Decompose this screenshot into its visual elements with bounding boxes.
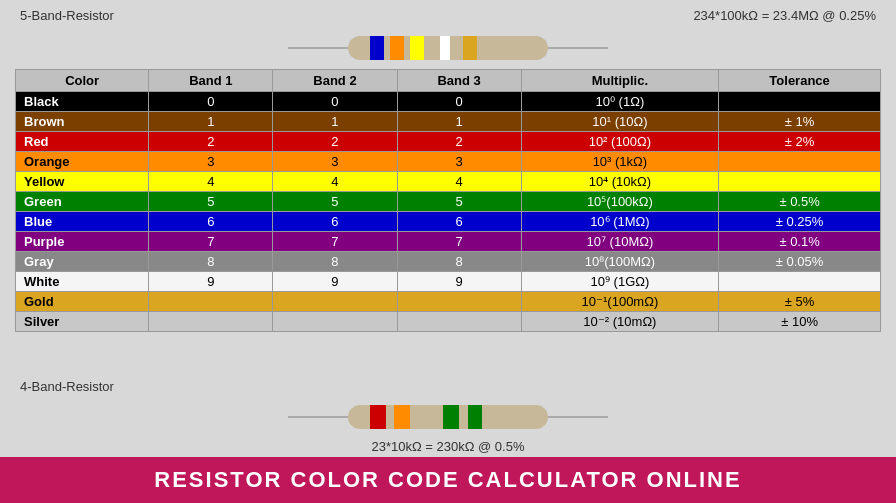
5band-resistor-svg [288,29,608,67]
color-cell: Gray [16,252,149,272]
tol-cell: ± 1% [719,112,881,132]
mult-cell: 10⁰ (1Ω) [521,92,719,112]
band4-label: 4-Band-Resistor [20,379,114,394]
svg-rect-4 [390,36,404,60]
band1-cell: 4 [149,172,273,192]
svg-rect-14 [468,405,482,429]
table-row: Gold10⁻¹(100mΩ)± 5% [16,292,881,312]
band3-cell: 7 [397,232,521,252]
tol-cell: ± 0.25% [719,212,881,232]
top-section: 5-Band-Resistor 234*100kΩ = 23.4MΩ @ 0.2… [0,0,896,27]
band4-formula: 23*10kΩ = 230kΩ @ 0.5% [0,439,896,457]
svg-rect-3 [370,36,384,60]
band3-cell [397,312,521,332]
col-band2: Band 2 [273,70,397,92]
table-row: Gray88810⁸(100MΩ)± 0.05% [16,252,881,272]
mult-cell: 10¹ (10Ω) [521,112,719,132]
band2-cell: 5 [273,192,397,212]
band1-cell: 8 [149,252,273,272]
tol-cell: ± 10% [719,312,881,332]
table-row: Red22210² (100Ω)± 2% [16,132,881,152]
color-cell: Green [16,192,149,212]
tol-cell: ± 0.5% [719,192,881,212]
band2-cell: 1 [273,112,397,132]
band2-cell: 3 [273,152,397,172]
band2-cell: 0 [273,92,397,112]
color-code-table: Color Band 1 Band 2 Band 3 Multiplic. To… [15,69,881,332]
mult-cell: 10⁻¹(100mΩ) [521,292,719,312]
mult-cell: 10⁷ (10MΩ) [521,232,719,252]
table-row: Black00010⁰ (1Ω) [16,92,881,112]
band2-cell [273,312,397,332]
mult-cell: 10⁹ (1GΩ) [521,272,719,292]
color-cell: Purple [16,232,149,252]
footer-banner: RESISTOR COLOR CODE CALCULATOR ONLINE [0,457,896,503]
band2-cell: 4 [273,172,397,192]
color-cell: Gold [16,292,149,312]
band1-cell: 3 [149,152,273,172]
tol-cell [719,152,881,172]
tol-cell [719,92,881,112]
band3-cell: 6 [397,212,521,232]
4band-resistor-area [0,395,896,439]
5band-resistor-area [0,27,896,69]
band1-cell: 9 [149,272,273,292]
mult-cell: 10⁵(100kΩ) [521,192,719,212]
color-cell: Blue [16,212,149,232]
svg-rect-13 [443,405,459,429]
band5-formula: 234*100kΩ = 23.4MΩ @ 0.25% [693,8,876,23]
col-tol: Tolerance [719,70,881,92]
table-header-row: Color Band 1 Band 2 Band 3 Multiplic. To… [16,70,881,92]
band1-cell [149,312,273,332]
mult-cell: 10³ (1kΩ) [521,152,719,172]
footer-text: RESISTOR COLOR CODE CALCULATOR ONLINE [154,467,741,492]
table-row: Orange33310³ (1kΩ) [16,152,881,172]
table-row: Silver10⁻² (10mΩ)± 10% [16,312,881,332]
table-row: Green55510⁵(100kΩ)± 0.5% [16,192,881,212]
band1-cell: 2 [149,132,273,152]
band2-cell: 8 [273,252,397,272]
color-cell: Red [16,132,149,152]
band1-cell: 0 [149,92,273,112]
band2-cell: 6 [273,212,397,232]
color-cell: Yellow [16,172,149,192]
band1-cell: 5 [149,192,273,212]
color-cell: Silver [16,312,149,332]
color-cell: White [16,272,149,292]
tol-cell: ± 0.05% [719,252,881,272]
table-row: Purple77710⁷ (10MΩ)± 0.1% [16,232,881,252]
band1-cell: 1 [149,112,273,132]
band1-cell: 6 [149,212,273,232]
main-container: 5-Band-Resistor 234*100kΩ = 23.4MΩ @ 0.2… [0,0,896,503]
mult-cell: 10⁶ (1MΩ) [521,212,719,232]
band2-cell [273,292,397,312]
color-cell: Black [16,92,149,112]
band3-cell [397,292,521,312]
color-cell: Brown [16,112,149,132]
tol-cell: ± 2% [719,132,881,152]
band3-cell: 1 [397,112,521,132]
bottom-section: 4-Band-Resistor [0,375,896,395]
mult-cell: 10⁴ (10kΩ) [521,172,719,192]
tol-cell: ± 5% [719,292,881,312]
svg-rect-11 [370,405,386,429]
table-section: Color Band 1 Band 2 Band 3 Multiplic. To… [0,69,896,375]
mult-cell: 10⁸(100MΩ) [521,252,719,272]
table-row: Yellow44410⁴ (10kΩ) [16,172,881,192]
tol-cell [719,172,881,192]
tol-cell: ± 0.1% [719,232,881,252]
band3-cell: 4 [397,172,521,192]
band3-cell: 8 [397,252,521,272]
band5-label: 5-Band-Resistor [20,8,114,23]
col-color: Color [16,70,149,92]
band1-cell [149,292,273,312]
band2-cell: 7 [273,232,397,252]
svg-rect-7 [463,36,477,60]
band3-cell: 0 [397,92,521,112]
band1-cell: 7 [149,232,273,252]
table-row: White99910⁹ (1GΩ) [16,272,881,292]
band2-cell: 9 [273,272,397,292]
tol-cell [719,272,881,292]
table-row: Brown11110¹ (10Ω)± 1% [16,112,881,132]
col-band1: Band 1 [149,70,273,92]
